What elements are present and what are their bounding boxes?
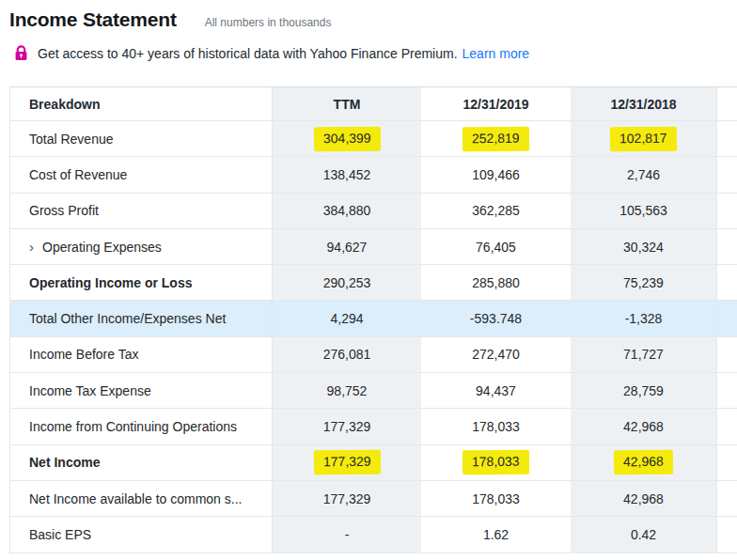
cell-value: 178,033: [421, 445, 571, 480]
row-label-cell: Income Before Tax: [10, 337, 273, 372]
table-row[interactable]: Net Income 177,329 178,033 42,968: [10, 445, 737, 481]
cell-value: 285,880: [421, 265, 571, 300]
table-row[interactable]: Total Other Income/Expenses Net 4,294 -5…: [10, 301, 737, 336]
table-row[interactable]: Gross Profit 384,880 362,285 105,563: [10, 194, 737, 229]
marker-highlight: 102,817: [610, 126, 677, 151]
table-row[interactable]: Income from Continuing Operations 177,32…: [10, 409, 737, 444]
cell-value: -: [273, 517, 421, 552]
row-label-cell: Total Revenue: [10, 121, 273, 156]
page-header: Income Statement All numbers in thousand…: [0, 0, 737, 31]
cell-value: -1,328: [571, 301, 717, 335]
cell-value: 272,470: [421, 337, 571, 372]
row-label-text: Net Income available to common s...: [29, 491, 242, 506]
row-label-text: Income Before Tax: [29, 347, 138, 362]
learn-more-link[interactable]: Learn more: [463, 46, 530, 61]
row-label-text: Income Tax Expense: [29, 383, 151, 398]
table-body: Total Revenue 304,399 252,819 102,817 Co…: [10, 121, 737, 553]
marker-highlight: 178,033: [463, 450, 529, 475]
row-padding-cell: [717, 373, 737, 408]
table-row[interactable]: Income Tax Expense 98,752 94,437 28,759: [10, 373, 737, 409]
units-note: All numbers in thousands: [205, 16, 332, 29]
cell-value: 362,285: [421, 194, 571, 228]
cell-value: 276,081: [273, 337, 421, 372]
cell-value: 290,253: [273, 265, 421, 300]
row-padding-cell: [717, 301, 737, 335]
table-header-row: Breakdown TTM 12/31/2019 12/31/2018: [10, 87, 737, 121]
column-header-breakdown: Breakdown: [10, 87, 273, 120]
row-label-text: Net Income: [29, 455, 100, 470]
row-label-cell: Net Income: [10, 445, 273, 480]
cell-value: 76,405: [421, 229, 571, 264]
row-label-text: Total Other Income/Expenses Net: [29, 311, 226, 326]
cell-value: 105,563: [571, 194, 717, 228]
row-padding-cell: [717, 229, 737, 264]
column-header-12-31-2019: 12/31/2019: [421, 87, 571, 120]
income-statement-table: Breakdown TTM 12/31/2019 12/31/2018 Tota…: [9, 86, 737, 553]
cell-value: 30,324: [571, 229, 717, 264]
cell-value: 252,819: [421, 121, 571, 156]
marker-highlight: 177,329: [314, 450, 381, 475]
cell-value: 177,329: [273, 409, 421, 443]
cell-value: 0.42: [571, 517, 717, 552]
row-padding-cell: [717, 517, 737, 552]
row-label-cell: › Operating Expenses: [10, 229, 273, 264]
row-label-text: Income from Continuing Operations: [29, 419, 237, 434]
row-label-cell: Income Tax Expense: [10, 373, 273, 408]
cell-value: 304,399: [273, 121, 421, 156]
table-row[interactable]: Basic EPS - 1.62 0.42: [10, 517, 737, 552]
table-row[interactable]: Net Income available to common s... 177,…: [10, 481, 737, 517]
cell-value: 42,968: [571, 481, 717, 516]
chevron-right-icon[interactable]: ›: [29, 240, 34, 254]
premium-banner: Get access to 40+ years of historical da…: [14, 45, 737, 61]
cell-value: 94,627: [273, 229, 421, 264]
row-label-cell: Total Other Income/Expenses Net: [10, 301, 273, 335]
table-row[interactable]: Cost of Revenue 138,452 109,466 2,746: [10, 157, 737, 193]
cell-value: 28,759: [571, 373, 717, 408]
row-label-text: Cost of Revenue: [29, 167, 127, 182]
cell-value: 2,746: [571, 157, 717, 192]
page-title: Income Statement: [9, 8, 177, 31]
marker-highlight: 252,819: [463, 126, 529, 151]
cell-value: 177,329: [273, 481, 421, 516]
row-label-cell: Operating Income or Loss: [10, 265, 273, 300]
cell-value: 138,452: [273, 157, 421, 192]
row-label-cell: Basic EPS: [10, 517, 273, 552]
row-padding-cell: [717, 481, 737, 516]
cell-value: 178,033: [421, 409, 571, 443]
cell-value: -593.748: [421, 301, 571, 335]
row-label-text: Basic EPS: [29, 527, 91, 542]
row-padding-cell: [717, 337, 737, 372]
cell-value: 1.62: [421, 517, 571, 552]
row-label-cell: Net Income available to common s...: [10, 481, 273, 516]
row-label-text: Total Revenue: [29, 132, 114, 147]
row-padding-cell: [717, 445, 737, 480]
table-row[interactable]: › Operating Expenses 94,627 76,405 30,32…: [10, 229, 737, 265]
row-label-cell: Income from Continuing Operations: [10, 409, 273, 443]
table-row[interactable]: Operating Income or Loss 290,253 285,880…: [10, 265, 737, 301]
row-label-text: Gross Profit: [29, 203, 99, 218]
marker-highlight: 304,399: [314, 126, 381, 151]
premium-banner-text: Get access to 40+ years of historical da…: [38, 46, 458, 61]
row-padding-cell: [717, 157, 737, 192]
table-row[interactable]: Income Before Tax 276,081 272,470 71,727: [10, 337, 737, 373]
cell-value: 75,239: [571, 265, 717, 300]
table-row[interactable]: Total Revenue 304,399 252,819 102,817: [10, 121, 737, 157]
lock-icon: [14, 45, 28, 61]
row-padding-cell: [717, 121, 737, 156]
row-label-text: Operating Income or Loss: [29, 275, 192, 290]
row-label-cell: Cost of Revenue: [10, 157, 273, 192]
cell-value: 4,294: [273, 301, 421, 335]
cell-value: 98,752: [273, 373, 421, 408]
cell-value: 94,437: [421, 373, 571, 408]
row-padding-cell: [717, 194, 737, 228]
header-padding-cell: [717, 87, 737, 120]
cell-value: 384,880: [273, 194, 421, 228]
column-header-12-31-2018: 12/31/2018: [571, 87, 717, 120]
row-label-cell: Gross Profit: [10, 194, 273, 228]
column-header-ttm: TTM: [273, 87, 421, 120]
marker-highlight: 42,968: [614, 450, 673, 475]
row-padding-cell: [717, 265, 737, 300]
cell-value: 102,817: [571, 121, 717, 156]
cell-value: 71,727: [571, 337, 717, 372]
cell-value: 178,033: [421, 481, 571, 516]
